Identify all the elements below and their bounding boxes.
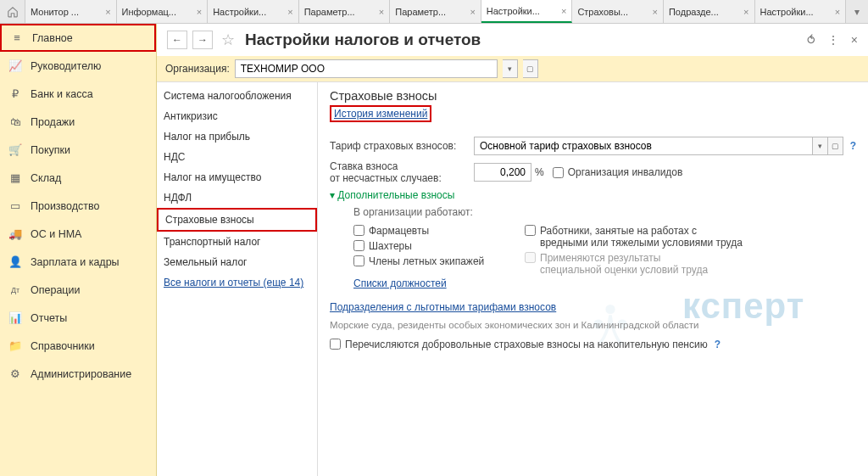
sidebar: ≡Главное 📈Руководителю ₽Банк и касса 🛍Пр… (0, 24, 157, 476)
cat-vat[interactable]: НДС (157, 147, 317, 167)
sidebar-item-label: Руководителю (31, 60, 101, 72)
sidebar-item-admin[interactable]: ⚙Администрирование (0, 360, 156, 388)
org-invalid-label: Организация инвалидов (568, 166, 683, 178)
link-icon[interactable]: ⥀ (807, 33, 815, 47)
sidebar-item-purchases[interactable]: 🛒Покупки (0, 136, 156, 164)
sidebar-item-assets[interactable]: 🚚ОС и НМА (0, 220, 156, 248)
page-title: Настройки налогов и отчетов (245, 31, 802, 49)
sidebar-item-catalogs[interactable]: 📁Справочники (0, 332, 156, 360)
cat-anticrisis[interactable]: Антикризис (157, 106, 317, 126)
tab-8[interactable]: Настройки...× (755, 0, 847, 23)
tab-0[interactable]: Монитор ...× (25, 0, 117, 23)
tab-2[interactable]: Настройки...× (208, 0, 299, 23)
sidebar-item-bank[interactable]: ₽Банк и касса (0, 80, 156, 108)
forward-button[interactable]: → (192, 31, 213, 49)
org-invalid-checkbox[interactable] (553, 167, 564, 178)
close-icon[interactable]: × (105, 7, 110, 17)
voluntary-label: Перечисляются добровольные страховые взн… (345, 339, 708, 350)
home-tab[interactable] (0, 0, 25, 23)
menu-icon: ≡ (10, 31, 24, 44)
help-icon[interactable]: ? (850, 140, 856, 152)
cat-taxsystem[interactable]: Система налогообложения (157, 86, 317, 106)
more-icon[interactable]: ⋮ (827, 33, 839, 47)
sidebar-item-manager[interactable]: 📈Руководителю (0, 52, 156, 80)
tarif-dropdown[interactable]: ▾ (813, 137, 828, 155)
tarif-label: Тариф страховых взносов: (330, 140, 474, 152)
history-link[interactable]: История изменений (334, 108, 427, 120)
cat-insurance[interactable]: Страховые взносы (157, 208, 317, 232)
tarif-open[interactable]: ▢ (828, 137, 843, 155)
sidebar-item-hr[interactable]: 👤Зарплата и кадры (0, 248, 156, 276)
tab-7[interactable]: Подразде...× (664, 0, 755, 23)
works-label: В организации работают: (353, 206, 856, 218)
help-icon[interactable]: ? (715, 339, 721, 350)
cat-ndfl[interactable]: НДФЛ (157, 188, 317, 208)
sidebar-item-main[interactable]: ≡Главное (0, 24, 156, 52)
org-open-button[interactable]: ▢ (523, 59, 538, 78)
miners-checkbox[interactable] (353, 240, 364, 251)
close-icon[interactable]: × (835, 7, 840, 17)
back-button[interactable]: ← (167, 31, 187, 49)
tab-3[interactable]: Параметр...× (299, 0, 391, 23)
pharm-label: Фармацевты (369, 225, 429, 237)
sidebar-item-operations[interactable]: ДтОперации (0, 276, 156, 304)
rate-input[interactable] (474, 163, 531, 182)
close-icon[interactable]: × (287, 7, 292, 17)
cart-icon: 🛒 (8, 143, 22, 156)
subdivisions-link[interactable]: Подразделения с льготными тарифами взнос… (330, 301, 556, 313)
sidebar-item-label: Покупки (31, 144, 70, 156)
org-dropdown[interactable]: ▾ (503, 59, 518, 78)
cat-transport-tax[interactable]: Транспортный налог (157, 232, 317, 252)
truck-icon: 🚚 (8, 227, 22, 240)
heavy-label: Работники, занятые на работах свредными … (540, 225, 743, 249)
block-icon: ▭ (8, 199, 22, 212)
form-pane: ксперт 8 Страховые взносы История измене… (318, 82, 868, 476)
extra-expand[interactable]: Дополнительные взносы (330, 189, 856, 201)
tab-4[interactable]: Параметр...× (390, 0, 481, 23)
sidebar-item-label: Зарплата и кадры (31, 256, 120, 268)
tab-label: Настройки... (760, 7, 832, 17)
sidebar-item-warehouse[interactable]: ▦Склад (0, 164, 156, 192)
cat-land-tax[interactable]: Земельный налог (157, 252, 317, 272)
close-icon[interactable]: × (561, 6, 566, 16)
close-icon[interactable]: × (470, 7, 475, 17)
close-icon[interactable]: × (743, 7, 748, 17)
sout-checkbox (525, 252, 536, 263)
sidebar-item-label: ОС и НМА (31, 228, 81, 240)
ruble-icon: ₽ (8, 87, 22, 100)
rate-label: Ставка взносаот несчастных случаев: (330, 160, 474, 184)
close-icon[interactable]: × (653, 7, 658, 17)
tab-1[interactable]: Информац...× (117, 0, 209, 23)
tarif-input[interactable] (474, 137, 813, 155)
close-icon[interactable]: × (379, 7, 384, 17)
sidebar-item-production[interactable]: ▭Производство (0, 192, 156, 220)
heavy-checkbox[interactable] (525, 225, 536, 236)
tab-label: Подразде... (669, 7, 740, 17)
tab-6[interactable]: Страховы...× (572, 0, 664, 23)
star-icon[interactable]: ☆ (221, 31, 235, 49)
tab-5[interactable]: Настройки...× (481, 0, 573, 23)
close-page-icon[interactable]: × (851, 33, 858, 47)
sidebar-item-label: Главное (32, 32, 73, 44)
sidebar-item-label: Отчеты (31, 312, 67, 324)
org-input[interactable] (235, 59, 498, 78)
crew-label: Члены летных экипажей (369, 255, 484, 267)
pharm-checkbox[interactable] (353, 225, 364, 236)
tab-label: Информац... (122, 7, 193, 17)
sidebar-item-label: Справочники (31, 340, 95, 352)
crew-checkbox[interactable] (353, 255, 364, 266)
gear-icon: ⚙ (8, 367, 22, 380)
voluntary-checkbox[interactable] (330, 339, 341, 350)
cat-profit-tax[interactable]: Налог на прибыль (157, 126, 317, 147)
cat-property-tax[interactable]: Налог на имущество (157, 167, 317, 188)
tab-label: Параметр... (304, 7, 376, 17)
tab-label: Настройки... (487, 6, 558, 16)
close-icon[interactable]: × (197, 7, 202, 17)
folder-icon: 📁 (8, 339, 22, 352)
positions-link[interactable]: Списки должностей (353, 277, 447, 289)
section-title: Страховые взносы (330, 89, 856, 103)
tabs-overflow[interactable]: ▾ (846, 0, 868, 23)
sidebar-item-sales[interactable]: 🛍Продажи (0, 108, 156, 136)
cat-all-taxes-link[interactable]: Все налоги и отчеты (еще 14) (157, 272, 317, 293)
sidebar-item-reports[interactable]: 📊Отчеты (0, 304, 156, 332)
